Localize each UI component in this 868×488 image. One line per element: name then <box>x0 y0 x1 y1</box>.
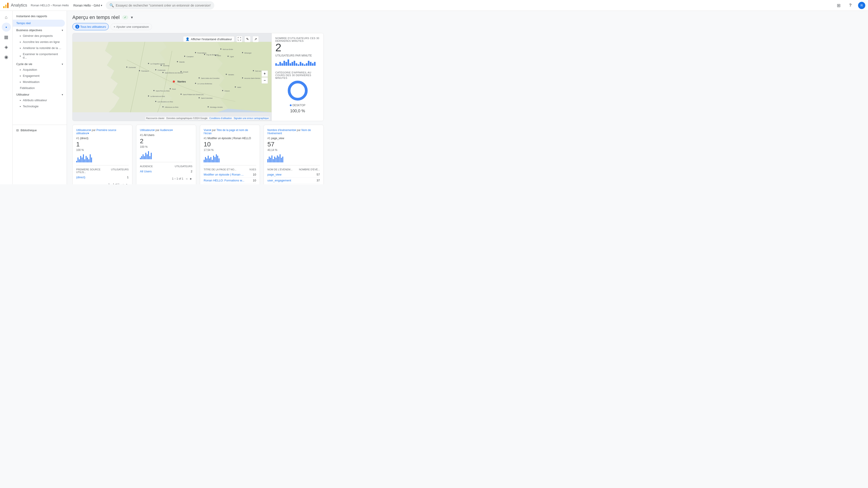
stat-bar <box>205 157 206 162</box>
sidebar-icon-explore[interactable]: ◈ <box>2 42 11 52</box>
nav-child-prospects[interactable]: ▸ Générer des prospects <box>13 33 65 39</box>
row-label[interactable]: Modifier un épisode | Ronan ... <box>204 173 244 176</box>
search-input[interactable] <box>116 4 211 7</box>
stat-table-row[interactable]: scroll 27 <box>268 184 320 184</box>
pagination-prev-button[interactable]: ◂ <box>121 182 124 184</box>
stat-bar <box>277 156 278 162</box>
zoom-out-button[interactable]: − <box>261 77 268 84</box>
svg-rect-2 <box>7 3 8 8</box>
sidebar-icon-home[interactable]: ⌂ <box>2 13 11 22</box>
stat-bar <box>90 154 91 162</box>
stat-table: PREMIÈRE SOURCE UTILIS... UTILISATEURS (… <box>76 165 129 180</box>
monetisation-label: Monétisation <box>23 80 39 84</box>
svg-point-20 <box>148 63 149 64</box>
pagination-next-button[interactable]: ▸ <box>190 176 192 181</box>
nav-item-snapshot[interactable]: Instantané des rapports <box>13 13 65 20</box>
rt-users-count: 2 <box>275 42 320 53</box>
row-label[interactable]: page_view <box>268 173 281 176</box>
comportement-label: Examiner le comportement d... <box>23 53 61 59</box>
group-label-utilisateur: Utilisateur <box>16 93 29 96</box>
stat-table-row[interactable]: All Users 2 <box>140 168 192 174</box>
nav-child-monetisation[interactable]: ▸ Monétisation <box>13 79 65 85</box>
nav-child-ventes[interactable]: ▸ Accroître les ventes en ligne <box>13 39 65 45</box>
keyboard-shortcut: Raccourcis clavier <box>146 117 164 120</box>
stat-table-row[interactable]: Ronan HELLO: Formations w... 10 <box>204 177 256 184</box>
stat-table-header: TITRE DE LA PAGE ET NO... VUES <box>204 167 256 172</box>
rt-bar <box>296 63 297 66</box>
sidebar-icon-advertising[interactable]: ◉ <box>2 53 11 61</box>
rt-bar <box>285 62 287 66</box>
search-icon: 🔍 <box>110 3 114 7</box>
svg-text:Héric: Héric <box>217 55 221 57</box>
map-share-button[interactable]: ↗ <box>252 36 259 42</box>
nav-group-utilisateur[interactable]: Utilisateur ▾ <box>13 91 67 97</box>
rt-bar <box>275 63 277 66</box>
row-label[interactable]: All Users <box>140 170 152 173</box>
property-name: Ronan Hello - GA4 <box>73 4 100 7</box>
terms-link[interactable]: Conditions d'utilisation <box>209 117 232 120</box>
svg-text:Orvault: Orvault <box>183 71 188 73</box>
map-edit-button[interactable]: ✎ <box>244 36 251 42</box>
content-area: Nantes Pontchâteau Nort-sur-Erdre Campbo… <box>67 33 329 184</box>
stat-bar <box>84 159 85 162</box>
zoom-controls: + − <box>261 70 268 84</box>
rt-device-section: CATÉGORIE D'APPAREIL AU COURS DES 30 DER… <box>275 71 320 113</box>
sidebar-icon-reports[interactable]: ▦ <box>2 33 11 41</box>
row-label[interactable]: user_engagement <box>268 179 291 182</box>
stat-table-row[interactable]: Modifier un épisode | Ronan ... 10 <box>204 172 256 177</box>
filter-chip-users[interactable]: 1 Tous les utilisateurs <box>72 23 109 30</box>
add-comparison-button[interactable]: + Ajouter une comparaison <box>111 24 152 30</box>
nav-child-technologie[interactable]: ▸ Technologie <box>13 103 65 109</box>
stat-bar <box>211 157 211 162</box>
nav-child-fidelisation[interactable]: Fidélisation <box>13 85 65 91</box>
main-content: Aperçu en temps réel ✓ ▾ 1 Tous les util… <box>67 11 329 184</box>
sidebar-icon-realtime[interactable]: ● <box>2 23 11 32</box>
fidelisation-label: Fidélisation <box>20 86 35 90</box>
svg-point-52 <box>199 97 200 98</box>
stat-mini-chart <box>140 150 192 159</box>
bibliotheque-icon: ⊟ <box>16 129 19 132</box>
chevron-ventes-icon: ▸ <box>20 41 21 43</box>
stat-bar <box>282 157 283 162</box>
map-container[interactable]: Nantes Pontchâteau Nort-sur-Erdre Campbo… <box>72 33 272 121</box>
row-label[interactable]: Ronan HELLO: Formations w... <box>204 179 244 182</box>
zoom-in-button[interactable]: + <box>261 70 268 77</box>
nav-child-notoriete[interactable]: ▸ Améliorer la notoriété de la ... <box>13 45 65 51</box>
row-label[interactable]: (direct) <box>76 175 85 179</box>
svg-text:Le Loroux-Bottereau: Le Loroux-Bottereau <box>197 83 212 85</box>
nav-child-attributs[interactable]: ▸ Attributs utilisateur <box>13 97 65 103</box>
snapshot-button[interactable]: 👤 Afficher l'instantané d'utilisateur <box>183 36 235 42</box>
search-bar[interactable]: 🔍 <box>106 1 214 9</box>
stat-bar <box>78 158 79 162</box>
stat-bar <box>269 157 270 162</box>
svg-text:Malville: Malville <box>179 61 185 63</box>
nav-group-cycle-de-vie[interactable]: Cycle de vie ▾ <box>13 61 67 67</box>
stat-table-row[interactable]: Liste des épisodes | Ronan ... 6 <box>204 184 256 184</box>
nav-child-acquisition[interactable]: ▸ Acquisition <box>13 67 65 73</box>
dropdown-icon[interactable]: ▾ <box>131 15 133 20</box>
card-title: Utilisateurs▾ par Audience▾ <box>140 129 192 132</box>
technologie-label: Technologie <box>23 105 38 108</box>
stat-table-row[interactable]: user_engagement 37 <box>268 177 320 184</box>
nav-child-engagement[interactable]: ▸ Engagement <box>13 73 65 79</box>
pagination-prev-button[interactable]: ◂ <box>185 176 188 181</box>
stat-table-row[interactable]: page_view 57 <box>268 172 320 177</box>
filter-bar: 1 Tous les utilisateurs + Ajouter une co… <box>67 22 329 33</box>
map-expand-button[interactable]: ⛶ <box>236 36 243 42</box>
chevron-notoriete-icon: ▸ <box>20 47 21 49</box>
card-value: 2 <box>140 138 192 145</box>
card-title-label: Utilisateurs▾ <box>140 129 155 132</box>
col1-header: TITRE DE LA PAGE ET NO... <box>204 168 236 171</box>
nav-item-realtime[interactable]: Temps réel <box>13 20 65 27</box>
stat-bar <box>276 158 276 162</box>
property-selector[interactable]: Ronan Hello - GA4 ▾ <box>71 3 104 8</box>
nav-item-bibliotheque[interactable]: ⊟ Bibliothèque <box>13 127 65 134</box>
report-error-link[interactable]: Signaler une erreur cartographique <box>234 117 269 120</box>
nav-group-business-objectives[interactable]: Business objectives ▾ <box>13 27 67 33</box>
rt-users-title: NOMBRE D'UTILISATEURS CES 30 DERNIÈRES M… <box>275 37 320 42</box>
nav-child-comportement[interactable]: ▸ Examiner le comportement d... <box>13 51 65 61</box>
stat-bar <box>148 151 149 159</box>
card-title-link[interactable]: Audience▾ <box>160 129 173 132</box>
stat-table-row[interactable]: (direct) 1 <box>76 174 129 180</box>
pagination-next-button[interactable]: ▸ <box>126 182 129 184</box>
